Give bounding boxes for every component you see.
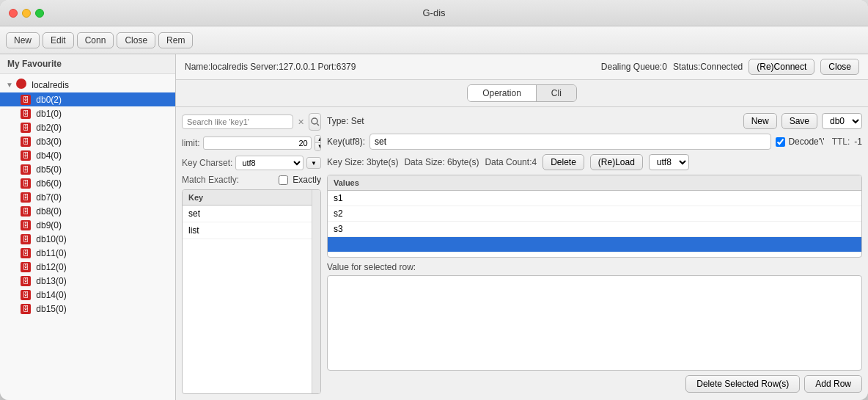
db-icon-1: 🗄 <box>21 108 31 119</box>
sidebar-item-db1[interactable]: 🗄 db1(0) <box>0 106 175 120</box>
values-table: Values s1 s2 s3 <box>327 175 862 258</box>
sidebar-item-db4[interactable]: 🗄 db4(0) <box>0 148 175 162</box>
limit-input[interactable] <box>203 137 312 150</box>
minimize-traffic-light[interactable] <box>22 9 31 18</box>
charset-label: Key Charset: <box>182 158 232 168</box>
db9-label: db9(0) <box>36 220 62 230</box>
value-row-s1[interactable]: s1 <box>328 191 861 206</box>
value-row-s3[interactable]: s3 <box>328 222 861 237</box>
db-icon-4: 🗄 <box>21 150 31 161</box>
close-button[interactable]: Close <box>117 32 155 48</box>
key-input[interactable] <box>369 134 771 150</box>
key-area: ✕ limit: ▲ <box>176 107 868 400</box>
value-row-s2[interactable]: s2 <box>328 206 861 222</box>
db-icon-6: 🗄 <box>21 178 31 189</box>
tab-group: Operation Cli <box>467 84 577 102</box>
delete-key-button[interactable]: Delete <box>542 154 584 170</box>
delete-selected-rows-button[interactable]: Delete Selected Row(s) <box>685 375 800 393</box>
limit-row: limit: ▲ ▼ <box>182 135 321 151</box>
db-icon-12: 🗄 <box>21 261 31 272</box>
key-list-scrollbar[interactable] <box>312 190 320 393</box>
reconnect-button[interactable]: (Re)Connect <box>749 59 814 75</box>
charset-dropdown-btn[interactable]: ▼ <box>306 157 321 169</box>
sidebar-item-db0[interactable]: 🗄 db0(2) <box>0 92 175 106</box>
db13-label: db13(0) <box>36 276 66 286</box>
decode-row: Decode'\' <box>776 137 824 147</box>
main-window: G-dis New Edit Conn Close Rem My Favouri… <box>0 0 868 400</box>
conn-button[interactable]: Conn <box>77 32 114 48</box>
connection-status: Status:Connected <box>673 62 743 72</box>
edit-button[interactable]: Edit <box>43 32 74 48</box>
db7-label: db7(0) <box>36 192 62 203</box>
sidebar-item-db9[interactable]: 🗄 db9(0) <box>0 218 175 232</box>
db-select[interactable]: db0 <box>822 113 862 129</box>
rem-button[interactable]: Rem <box>158 32 193 48</box>
key-list-container: Key set list <box>182 189 321 394</box>
ttl-value: -1 <box>854 137 862 147</box>
sidebar-item-db14[interactable]: 🗄 db14(0) <box>0 288 175 302</box>
sidebar-item-db2[interactable]: 🗄 db2(0) <box>0 120 175 134</box>
db-icon-10: 🗄 <box>21 233 31 244</box>
sidebar-item-db15[interactable]: 🗄 db15(0) <box>0 302 175 316</box>
sidebar-item-db10[interactable]: 🗄 db10(0) <box>0 232 175 246</box>
db15-label: db15(0) <box>36 304 66 314</box>
key-table: Key set list <box>183 190 312 393</box>
value-row-selected[interactable] <box>328 237 861 252</box>
charset-row: Key Charset: utf8 ▼ <box>182 156 321 170</box>
key-row-set[interactable]: set <box>183 206 312 222</box>
key-row-list[interactable]: list <box>183 222 312 239</box>
db-icon-0: 🗄 <box>21 94 31 105</box>
key-table-body: set list <box>183 206 312 393</box>
db-icon-3: 🗄 <box>21 136 31 147</box>
save-button[interactable]: Save <box>781 113 817 129</box>
db1-label: db1(0) <box>36 109 62 119</box>
stepper-down-button[interactable]: ▼ <box>315 143 321 150</box>
type-label: Type: Set <box>327 116 364 126</box>
connection-bar: Name:localredis Server:127.0.0.1 Port:63… <box>176 54 868 80</box>
add-row-button[interactable]: Add Row <box>804 375 862 393</box>
db5-label: db5(0) <box>36 164 62 175</box>
encoding-select[interactable]: utf8 <box>649 154 689 170</box>
sidebar-item-db7[interactable]: 🗄 db7(0) <box>0 190 175 204</box>
key-size-row: Key Size: 3byte(s) Data Size: 6byte(s) D… <box>327 154 862 170</box>
decode-checkbox[interactable] <box>776 137 785 147</box>
key-input-label: Key(utf8): <box>327 137 365 147</box>
search-clear-icon[interactable]: ✕ <box>296 117 306 127</box>
maximize-traffic-light[interactable] <box>35 9 44 18</box>
sidebar-item-db11[interactable]: 🗄 db11(0) <box>0 246 175 260</box>
sidebar-item-db12[interactable]: 🗄 db12(0) <box>0 260 175 274</box>
selected-value-label: Value for selected row: <box>327 262 862 272</box>
match-row: Match Exactly: Exactly <box>182 175 321 185</box>
new-key-button[interactable]: New <box>743 113 777 129</box>
tab-operation[interactable]: Operation <box>468 85 537 101</box>
match-exactly-checkbox[interactable] <box>279 175 288 185</box>
charset-select[interactable]: utf8 <box>235 156 304 170</box>
db-icon-5: 🗄 <box>21 164 31 175</box>
reload-button[interactable]: (Re)Load <box>590 154 643 170</box>
sidebar-item-db5[interactable]: 🗄 db5(0) <box>0 162 175 176</box>
key-table-header: Key <box>183 190 312 206</box>
key-list-panel: ✕ limit: ▲ <box>182 113 321 394</box>
sidebar-item-db6[interactable]: 🗄 db6(0) <box>0 176 175 190</box>
selected-value-box[interactable] <box>327 275 862 371</box>
sidebar-item-db8[interactable]: 🗄 db8(0) <box>0 204 175 218</box>
stepper-up-button[interactable]: ▲ <box>315 136 321 143</box>
db-icon-7: 🗄 <box>21 192 31 203</box>
new-button[interactable]: New <box>6 32 40 48</box>
db-icon-9: 🗄 <box>21 219 31 230</box>
search-button[interactable] <box>309 113 321 131</box>
titlebar: G-dis <box>0 0 868 26</box>
key-input-row: Key(utf8): Decode'\' TTL: -1 <box>327 134 862 150</box>
db0-label: db0(2) <box>36 95 62 105</box>
selected-value-area: Value for selected row: <box>327 262 862 371</box>
db11-label: db11(0) <box>36 248 66 258</box>
sidebar-item-server[interactable]: ▼ localredis <box>0 77 175 92</box>
sidebar-item-db3[interactable]: 🗄 db3(0) <box>0 134 175 148</box>
sidebar-item-db13[interactable]: 🗄 db13(0) <box>0 274 175 288</box>
tab-cli[interactable]: Cli <box>537 85 576 101</box>
close-traffic-light[interactable] <box>9 9 18 18</box>
db-icon-14: 🗄 <box>21 289 31 300</box>
search-input[interactable] <box>182 114 293 129</box>
connection-close-button[interactable]: Close <box>820 59 859 75</box>
ttl-label: TTL: <box>832 137 850 147</box>
